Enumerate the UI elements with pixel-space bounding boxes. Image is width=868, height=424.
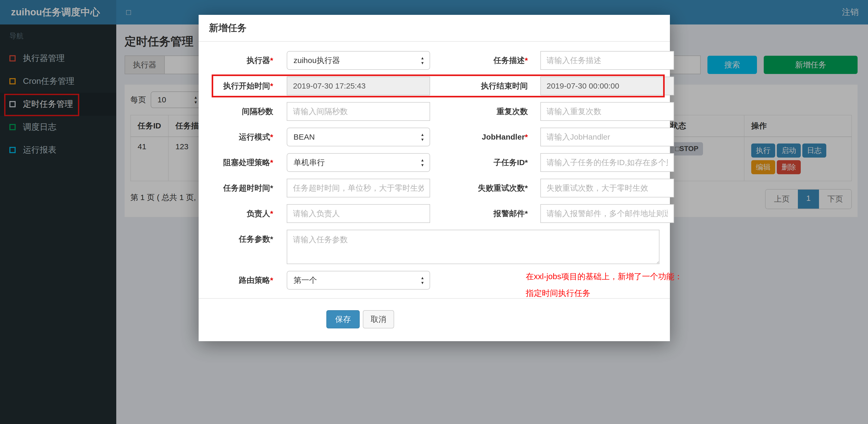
- timeout-label: 任务超时时间*: [209, 183, 273, 194]
- task-params-label: 任务参数*: [209, 230, 273, 244]
- modal-title: 新增任务: [209, 22, 247, 34]
- jobhandler-label: JobHandler*: [440, 133, 528, 141]
- select-caret-icon: ▲▼: [421, 158, 424, 167]
- timeout-input[interactable]: [287, 179, 430, 197]
- routing-strategy-label: 路由策略*: [209, 275, 273, 286]
- routing-strategy-select-value: 第一个: [293, 275, 317, 286]
- form-row-routing: 路由策略* 第一个 ▲▼ 在xxl-jobs项目的基础上，新增了一个功能： 指定…: [209, 271, 659, 290]
- routing-strategy-select[interactable]: 第一个 ▲▼: [287, 271, 430, 290]
- retry-count-label: 失败重试次数*: [440, 183, 528, 194]
- block-strategy-select[interactable]: 单机串行 ▲▼: [287, 153, 430, 172]
- add-task-modal: 新增任务 执行器* zuihou执行器 ▲▼ 任务描述* 执行开始时间* 执行结…: [198, 15, 670, 341]
- form-row-timeout-retry: 任务超时时间* 失败重试次数*: [209, 179, 659, 197]
- task-params-textarea[interactable]: [287, 230, 659, 264]
- retry-count-input[interactable]: [540, 179, 674, 197]
- feature-note: 在xxl-jobs项目的基础上，新增了一个功能： 指定时间执行任务: [526, 268, 682, 302]
- form-row-block-strategy-subtask: 阻塞处理策略* 单机串行 ▲▼ 子任务ID*: [209, 153, 659, 172]
- description-label: 任务描述*: [440, 55, 528, 66]
- repeat-count-label: 重复次数: [440, 106, 528, 117]
- start-time-input[interactable]: [287, 76, 430, 95]
- form-row-owner-email: 负责人* 报警邮件*: [209, 204, 659, 223]
- feature-note-line1: 在xxl-jobs项目的基础上，新增了一个功能：: [526, 272, 682, 281]
- owner-label: 负责人*: [209, 208, 273, 219]
- repeat-count-input[interactable]: [540, 102, 674, 121]
- save-button[interactable]: 保存: [327, 310, 360, 328]
- executor-label: 执行器*: [209, 55, 273, 66]
- cancel-button[interactable]: 取消: [363, 310, 394, 328]
- end-time-label: 执行结束时间: [440, 81, 528, 91]
- executor-select[interactable]: zuihou执行器 ▲▼: [287, 51, 430, 70]
- subtask-id-label: 子任务ID*: [440, 157, 528, 168]
- select-caret-icon: ▲▼: [421, 133, 424, 141]
- select-caret-icon: ▲▼: [421, 276, 424, 285]
- alarm-email-input[interactable]: [540, 204, 674, 223]
- form-row-executor-description: 执行器* zuihou执行器 ▲▼ 任务描述*: [209, 51, 659, 70]
- interval-label: 间隔秒数: [209, 106, 273, 117]
- modal-body: 执行器* zuihou执行器 ▲▼ 任务描述* 执行开始时间* 执行结束时间 间…: [198, 42, 670, 290]
- modal-footer: 保存 取消: [198, 298, 670, 328]
- description-input[interactable]: [540, 51, 674, 70]
- owner-input[interactable]: [287, 204, 430, 223]
- alarm-email-label: 报警邮件*: [440, 208, 528, 219]
- start-time-label: 执行开始时间*: [209, 81, 273, 91]
- form-row-interval-repeat: 间隔秒数 重复次数: [209, 102, 659, 121]
- end-time-input[interactable]: [540, 76, 674, 95]
- modal-header: 新增任务: [198, 15, 670, 42]
- block-strategy-select-value: 单机串行: [293, 157, 325, 168]
- form-row-start-end-time: 执行开始时间* 执行结束时间: [209, 76, 659, 95]
- run-mode-select-value: BEAN: [293, 133, 315, 141]
- executor-select-value: zuihou执行器: [293, 55, 340, 66]
- interval-input[interactable]: [287, 102, 430, 121]
- form-row-task-params: 任务参数*: [209, 230, 659, 264]
- block-strategy-label: 阻塞处理策略*: [209, 157, 273, 168]
- select-caret-icon: ▲▼: [421, 56, 424, 65]
- run-mode-label: 运行模式*: [209, 132, 273, 142]
- jobhandler-input[interactable]: [540, 128, 674, 146]
- feature-note-line2: 指定时间执行任务: [526, 289, 590, 298]
- form-row-runmode-jobhandler: 运行模式* BEAN ▲▼ JobHandler*: [209, 128, 659, 146]
- subtask-id-input[interactable]: [540, 153, 674, 172]
- run-mode-select[interactable]: BEAN ▲▼: [287, 128, 430, 146]
